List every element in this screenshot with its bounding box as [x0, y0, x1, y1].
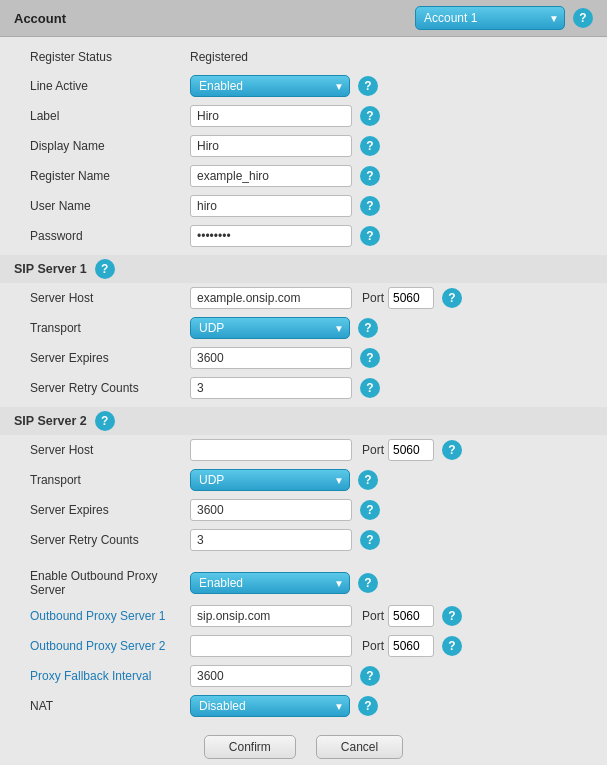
sip1-transport-controls: UDP TCP TLS ▼ ? [190, 317, 593, 339]
sip1-retry-input[interactable] [190, 377, 352, 399]
user-name-row: User Name ? [0, 191, 607, 221]
proxy1-port-input[interactable] [388, 605, 434, 627]
sip1-server-expires-input[interactable] [190, 347, 352, 369]
proxy1-port-label: Port [362, 609, 384, 623]
password-input[interactable] [190, 225, 352, 247]
fallback-label: Proxy Fallback Interval [30, 669, 190, 683]
proxy2-label: Outbound Proxy Server 2 [30, 639, 190, 653]
user-name-help-button[interactable]: ? [360, 196, 380, 216]
account-select[interactable]: Account 1 Account 2 Account 3 [415, 6, 565, 30]
proxy2-port-input[interactable] [388, 635, 434, 657]
sip2-transport-select-wrapper[interactable]: UDP TCP TLS ▼ [190, 469, 350, 491]
sip2-server-host-controls: Port ? [190, 439, 593, 461]
sip2-retry-label: Server Retry Counts [30, 533, 190, 547]
sip1-server-host-controls: Port ? [190, 287, 593, 309]
fallback-controls: ? [190, 665, 593, 687]
sip2-retry-controls: ? [190, 529, 593, 551]
sip-server-2-help-button[interactable]: ? [95, 411, 115, 431]
line-active-controls: Enabled Disabled ▼ ? [190, 75, 593, 97]
sip2-retry-help-button[interactable]: ? [360, 530, 380, 550]
sip2-server-expires-input[interactable] [190, 499, 352, 521]
line-active-select[interactable]: Enabled Disabled [190, 75, 350, 97]
display-name-controls: ? [190, 135, 593, 157]
display-name-label: Display Name [30, 139, 190, 153]
register-name-row: Register Name ? [0, 161, 607, 191]
sip2-retry-input[interactable] [190, 529, 352, 551]
sip2-server-host-help-button[interactable]: ? [442, 440, 462, 460]
account-header-label: Account [14, 11, 174, 26]
sip2-port-input[interactable] [388, 439, 434, 461]
confirm-button[interactable]: Confirm [204, 735, 296, 759]
sip-server-1-header: SIP Server 1 ? [0, 255, 607, 283]
display-name-help-button[interactable]: ? [360, 136, 380, 156]
sip2-transport-select[interactable]: UDP TCP TLS [190, 469, 350, 491]
sip2-transport-help-button[interactable]: ? [358, 470, 378, 490]
password-row: Password ? [0, 221, 607, 251]
line-active-select-wrapper[interactable]: Enabled Disabled ▼ [190, 75, 350, 97]
enable-outbound-select[interactable]: Enabled Disabled [190, 572, 350, 594]
register-name-help-button[interactable]: ? [360, 166, 380, 186]
line-active-label: Line Active [30, 79, 190, 93]
proxy2-help-button[interactable]: ? [442, 636, 462, 656]
sip1-server-host-help-button[interactable]: ? [442, 288, 462, 308]
nat-label: NAT [30, 699, 190, 713]
proxy2-input[interactable] [190, 635, 352, 657]
label-input[interactable] [190, 105, 352, 127]
nat-help-button[interactable]: ? [358, 696, 378, 716]
header-row: Account Account 1 Account 2 Account 3 ▼ … [0, 0, 607, 37]
password-label: Password [30, 229, 190, 243]
sip-server-2-header: SIP Server 2 ? [0, 407, 607, 435]
user-name-input[interactable] [190, 195, 352, 217]
sip1-server-expires-help-button[interactable]: ? [360, 348, 380, 368]
sip1-server-expires-row: Server Expires ? [0, 343, 607, 373]
sip1-retry-label: Server Retry Counts [30, 381, 190, 395]
sip2-server-host-input[interactable] [190, 439, 352, 461]
sip1-transport-help-button[interactable]: ? [358, 318, 378, 338]
fallback-row: Proxy Fallback Interval ? [0, 661, 607, 691]
line-active-help-button[interactable]: ? [358, 76, 378, 96]
enable-outbound-label: Enable Outbound Proxy Server [30, 569, 190, 597]
sip1-transport-select-wrapper[interactable]: UDP TCP TLS ▼ [190, 317, 350, 339]
register-status-row: Register Status Registered [0, 43, 607, 71]
sip1-server-host-input[interactable] [190, 287, 352, 309]
label-row: Label ? [0, 101, 607, 131]
register-name-controls: ? [190, 165, 593, 187]
label-help-button[interactable]: ? [360, 106, 380, 126]
sip2-server-expires-help-button[interactable]: ? [360, 500, 380, 520]
sip-server-1-help-button[interactable]: ? [95, 259, 115, 279]
register-status-label: Register Status [30, 50, 190, 64]
sip1-retry-help-button[interactable]: ? [360, 378, 380, 398]
sip2-transport-controls: UDP TCP TLS ▼ ? [190, 469, 593, 491]
nat-select[interactable]: Disabled Enabled [190, 695, 350, 717]
sip2-port-label: Port [362, 443, 384, 457]
user-name-controls: ? [190, 195, 593, 217]
password-help-button[interactable]: ? [360, 226, 380, 246]
proxy2-controls: Port ? [190, 635, 593, 657]
form-body: Register Status Registered Line Active E… [0, 37, 607, 765]
label-label: Label [30, 109, 190, 123]
enable-outbound-row: Enable Outbound Proxy Server Enabled Dis… [0, 565, 607, 601]
sip1-retry-row: Server Retry Counts ? [0, 373, 607, 403]
proxy2-port-label: Port [362, 639, 384, 653]
nat-select-wrapper[interactable]: Disabled Enabled ▼ [190, 695, 350, 717]
sip1-port-input[interactable] [388, 287, 434, 309]
proxy1-row: Outbound Proxy Server 1 Port ? [0, 601, 607, 631]
enable-outbound-help-button[interactable]: ? [358, 573, 378, 593]
fallback-help-button[interactable]: ? [360, 666, 380, 686]
sip1-transport-select[interactable]: UDP TCP TLS [190, 317, 350, 339]
display-name-input[interactable] [190, 135, 352, 157]
enable-outbound-controls: Enabled Disabled ▼ ? [190, 572, 593, 594]
cancel-button[interactable]: Cancel [316, 735, 403, 759]
sip-server-1-label: SIP Server 1 [14, 262, 87, 276]
proxy1-help-button[interactable]: ? [442, 606, 462, 626]
sip1-port-label: Port [362, 291, 384, 305]
register-name-input[interactable] [190, 165, 352, 187]
sip-server-2-label: SIP Server 2 [14, 414, 87, 428]
fallback-input[interactable] [190, 665, 352, 687]
sip1-server-host-row: Server Host Port ? [0, 283, 607, 313]
header-help-button[interactable]: ? [573, 8, 593, 28]
display-name-row: Display Name ? [0, 131, 607, 161]
enable-outbound-select-wrapper[interactable]: Enabled Disabled ▼ [190, 572, 350, 594]
proxy1-input[interactable] [190, 605, 352, 627]
account-select-wrapper[interactable]: Account 1 Account 2 Account 3 ▼ [415, 6, 565, 30]
